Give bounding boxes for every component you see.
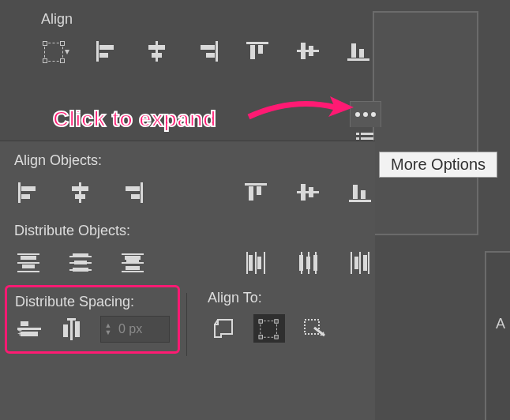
svg-rect-70 (351, 252, 352, 274)
svg-rect-48 (69, 256, 92, 257)
svg-rect-13 (301, 43, 306, 59)
svg-rect-30 (141, 182, 143, 203)
vdist-top-icon[interactable] (14, 249, 43, 277)
annotation-arrow-icon (245, 93, 355, 125)
stepper-arrows-icon[interactable]: ▲▼ (101, 321, 115, 338)
svg-rect-46 (17, 271, 39, 272)
svg-rect-50 (69, 262, 92, 264)
align-bottom-icon[interactable] (346, 178, 374, 207)
align-hcenter-icon[interactable] (66, 178, 95, 207)
svg-rect-18 (356, 133, 359, 135)
svg-rect-76 (21, 321, 28, 326)
distribute-spacing-highlight: Distribute Spacing: ‡ ▲▼ 0 px (5, 285, 180, 354)
spacing-value: 0 px (115, 322, 142, 336)
align-to-selection-icon[interactable] (253, 314, 285, 343)
align-left-icon[interactable] (14, 178, 43, 207)
svg-rect-69 (315, 252, 317, 274)
panel-edge-right (485, 251, 510, 420)
align-right-icon[interactable] (118, 178, 147, 207)
align-top-icon[interactable] (242, 178, 270, 207)
hdist-left-icon[interactable] (242, 249, 270, 277)
align-bottom-icon[interactable] (345, 37, 372, 66)
hdist-right-icon[interactable] (346, 249, 374, 277)
svg-rect-21 (361, 137, 373, 140)
svg-rect-16 (351, 43, 356, 58)
svg-rect-26 (21, 194, 30, 199)
svg-rect-5 (152, 53, 162, 58)
svg-rect-60 (249, 255, 253, 271)
svg-rect-67 (308, 252, 309, 274)
svg-rect-80 (63, 324, 68, 337)
svg-rect-12 (297, 50, 319, 52)
svg-rect-77 (21, 332, 38, 336)
svg-rect-35 (257, 186, 261, 195)
svg-rect-73 (368, 252, 369, 274)
align-panel-title: Align (22, 0, 372, 32)
align-hcenter-icon[interactable] (144, 37, 171, 66)
align-top-icon[interactable] (244, 37, 271, 66)
svg-rect-82 (67, 318, 76, 321)
canvas-edge-right (373, 11, 478, 235)
bounding-box-dropdown[interactable]: ▾ (41, 37, 69, 66)
svg-rect-44 (17, 262, 39, 264)
svg-rect-25 (21, 186, 36, 191)
svg-rect-38 (309, 187, 313, 197)
svg-rect-45 (22, 264, 35, 268)
svg-rect-81 (75, 321, 80, 337)
svg-rect-40 (353, 185, 358, 199)
svg-rect-6 (216, 41, 218, 62)
svg-rect-17 (359, 49, 364, 58)
svg-rect-39 (349, 200, 371, 202)
svg-rect-2 (99, 53, 108, 58)
align-vcenter-icon[interactable] (294, 178, 322, 207)
align-to-key-object-icon[interactable] (299, 314, 331, 343)
svg-rect-4 (148, 45, 165, 50)
svg-rect-28 (72, 186, 88, 191)
align-objects-title: Align Objects: (0, 141, 375, 172)
svg-rect-1 (99, 45, 114, 50)
svg-rect-3 (156, 41, 158, 62)
svg-rect-57 (122, 271, 144, 272)
svg-rect-41 (361, 190, 366, 199)
svg-rect-56 (126, 258, 139, 262)
svg-rect-58 (126, 266, 140, 270)
align-vcenter-icon[interactable] (294, 37, 321, 66)
svg-rect-42 (17, 253, 39, 255)
spacing-value-input[interactable]: ▲▼ 0 px (100, 316, 170, 343)
svg-rect-9 (246, 42, 268, 44)
svg-rect-59 (246, 252, 248, 274)
svg-rect-36 (297, 191, 319, 193)
svg-rect-8 (206, 53, 215, 58)
svg-rect-31 (126, 186, 140, 191)
distribute-spacing-title: Distribute Spacing: (15, 291, 170, 315)
svg-rect-52 (69, 269, 92, 271)
svg-rect-65 (301, 252, 302, 274)
align-right-icon[interactable] (194, 37, 221, 66)
svg-rect-10 (250, 45, 255, 59)
more-options-tooltip: More Options (379, 152, 497, 178)
hspace-icon[interactable] (58, 315, 86, 343)
annotation-text: Click to expand (53, 107, 216, 132)
align-to-title: Align To: (208, 290, 331, 306)
svg-rect-43 (21, 256, 36, 260)
vspace-icon[interactable]: ‡ (15, 315, 43, 343)
align-to-artboard-icon[interactable] (208, 314, 239, 343)
divider (186, 293, 187, 356)
svg-rect-71 (359, 252, 361, 274)
svg-rect-27 (79, 182, 81, 203)
vdist-center-icon[interactable] (66, 249, 95, 277)
align-left-icon[interactable] (93, 37, 120, 66)
distribute-objects-title: Distribute Objects: (0, 212, 375, 242)
svg-text:‡: ‡ (17, 327, 22, 336)
hdist-center-icon[interactable] (294, 249, 322, 277)
svg-rect-11 (258, 45, 263, 54)
chevron-down-icon: ▾ (65, 46, 69, 57)
svg-rect-72 (354, 257, 358, 269)
svg-rect-7 (201, 45, 215, 50)
align-to-section: Align To: (190, 282, 331, 343)
svg-rect-24 (18, 182, 21, 203)
svg-rect-32 (131, 194, 140, 199)
svg-rect-15 (347, 58, 369, 61)
vdist-bottom-icon[interactable] (118, 249, 147, 277)
svg-rect-63 (264, 252, 265, 274)
